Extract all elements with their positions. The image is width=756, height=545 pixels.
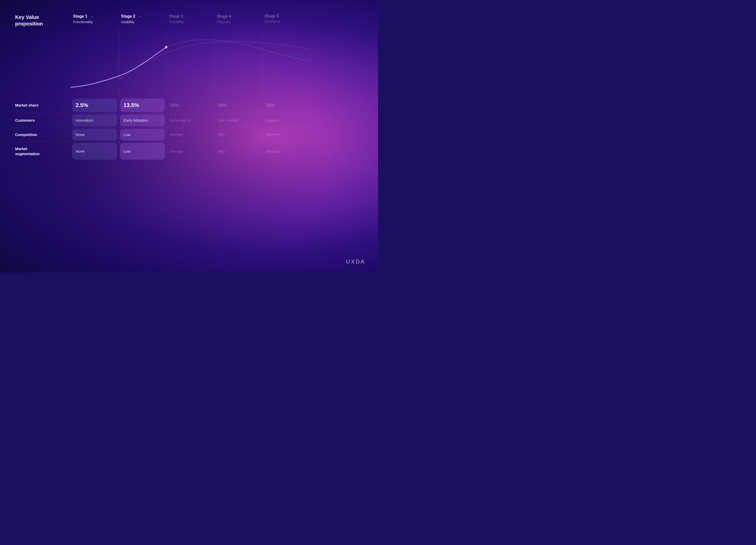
stage2-customers: Early Adopters bbox=[123, 118, 148, 122]
stage3-segmentation: Average bbox=[170, 149, 183, 153]
stage-3-subtitle: Reliability bbox=[169, 20, 184, 24]
stage4-segmentation: High bbox=[218, 149, 225, 153]
market-share-label: Market share bbox=[15, 98, 71, 113]
chart-area bbox=[15, 29, 363, 95]
stage3-customers: Early Majority bbox=[170, 118, 191, 122]
stage1-competition: None bbox=[76, 133, 85, 137]
stage-2-header: Stage 2 → Usability bbox=[118, 14, 166, 24]
stage-4-header: Stage 4 → Pleasure bbox=[214, 14, 262, 24]
key-value-label: Key Valueproposition bbox=[15, 14, 71, 27]
stage-2-title: Stage 2 bbox=[121, 14, 135, 19]
stage1-segmentation: None bbox=[76, 149, 85, 153]
stage3-market-share: 34% bbox=[170, 103, 179, 108]
stage3-competition: Average bbox=[170, 133, 183, 137]
customers-label: Customers bbox=[15, 113, 71, 128]
stage1-customers: Innovators bbox=[76, 118, 93, 122]
stage4-competition: High bbox=[218, 133, 225, 137]
stage2-market-share: 13.5% bbox=[123, 102, 139, 109]
stage5-customers: Laggard bbox=[266, 118, 278, 122]
stage5-segmentation: Intensive bbox=[266, 149, 280, 153]
data-table: Market share 2.5% 13.5% 34% 34% 16% Cust… bbox=[15, 98, 363, 161]
stage5-competition: Intensive bbox=[266, 133, 280, 137]
stage-5-subtitle: Emotional bbox=[265, 19, 280, 23]
arrow-4-icon: → bbox=[233, 14, 237, 19]
svg-point-5 bbox=[165, 46, 168, 48]
uxda-logo: UXDA bbox=[346, 259, 365, 265]
stage5-market-share: 16% bbox=[266, 103, 275, 108]
arrow-2-icon: → bbox=[137, 14, 141, 19]
stage-4-subtitle: Pleasure bbox=[217, 20, 231, 24]
stage-5-title: Stage 5 bbox=[265, 14, 279, 18]
growth-chart bbox=[71, 29, 310, 95]
stage-3-header: Stage 3 → Reliability bbox=[166, 14, 214, 24]
stage-1-header: Stage 1 → Functionality bbox=[71, 14, 118, 24]
stage4-market-share: 34% bbox=[218, 103, 227, 108]
stage-1-subtitle: Functionality bbox=[73, 20, 93, 24]
stage2-segmentation: Low bbox=[123, 149, 131, 153]
stage-5-header: Stage 5 Emotional bbox=[262, 14, 310, 23]
stage-4-title: Stage 4 bbox=[217, 14, 231, 19]
main-content: Key Valueproposition Stage 1 → Functiona… bbox=[0, 0, 378, 272]
header-row: Key Valueproposition Stage 1 → Functiona… bbox=[15, 14, 363, 27]
stage-2-subtitle: Usability bbox=[121, 20, 134, 24]
stage2-competition: Low bbox=[123, 133, 131, 137]
arrow-3-icon: → bbox=[185, 14, 189, 19]
stage-3-title: Stage 3 bbox=[169, 14, 183, 19]
competition-label: Competition bbox=[15, 128, 71, 142]
stage4-customers: Late Majority bbox=[218, 118, 238, 122]
arrow-1-icon: → bbox=[89, 14, 93, 19]
market-segmentation-label: Marketsegmentation bbox=[15, 142, 71, 161]
stage-1-title: Stage 1 bbox=[73, 14, 87, 19]
stage1-market-share: 2.5% bbox=[76, 102, 88, 109]
